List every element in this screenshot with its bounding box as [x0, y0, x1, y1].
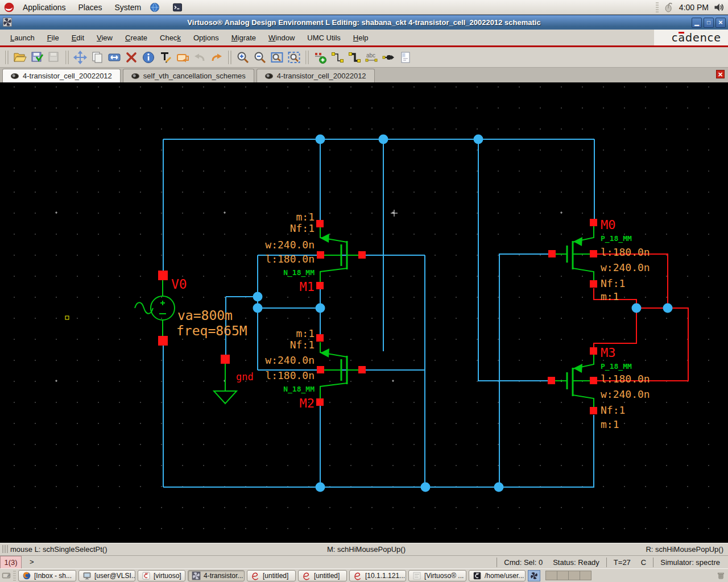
places-menu[interactable]: Places — [74, 2, 107, 13]
m3-nf-label[interactable]: Nf:1 — [601, 405, 625, 415]
workspace-2[interactable] — [557, 571, 569, 580]
zoom-in-icon[interactable] — [234, 49, 251, 66]
toolbar-grip[interactable] — [5, 51, 9, 64]
m0-w-label[interactable]: w:240.0n — [601, 263, 650, 273]
pin[interactable] — [316, 398, 324, 406]
m0-m-label[interactable]: m:1 — [601, 292, 619, 302]
minimize-button[interactable]: ▁ — [692, 18, 702, 28]
taskbar-window-untitled-2[interactable]: [untitled] — [298, 570, 347, 581]
web-browser-icon[interactable] — [149, 2, 160, 13]
create-note-icon[interactable] — [397, 49, 414, 66]
menu-view[interactable]: View — [91, 31, 118, 44]
taskbar-window-remote-ip[interactable]: [10.1.1.121... — [349, 570, 406, 581]
create-instance-icon[interactable] — [312, 49, 329, 66]
terminal-launcher-icon[interactable] — [172, 2, 183, 13]
solder-dot[interactable] — [474, 135, 483, 144]
create-wire-name-icon[interactable]: abc — [363, 49, 380, 66]
pin[interactable] — [590, 377, 597, 384]
tab-4-transistor-cell-2[interactable]: 4-transistor_cell_20022012 — [257, 69, 375, 82]
show-desktop-icon[interactable] — [2, 571, 11, 580]
undo-icon[interactable] — [191, 49, 208, 66]
solder-dot[interactable] — [632, 304, 642, 313]
menu-options[interactable]: Options — [188, 31, 225, 44]
redo-icon[interactable] — [208, 49, 225, 66]
pin[interactable] — [316, 334, 324, 342]
v0-frequency-label[interactable]: freq=865M — [176, 325, 247, 338]
command-history-count[interactable]: 1(3) — [0, 556, 22, 569]
tab-self-vth-cancellation-schemes[interactable]: self_vth_cancellation_schemes — [123, 69, 254, 82]
taskbar-window-4-transistor[interactable]: 4-transistor... — [188, 570, 245, 581]
pin[interactable] — [316, 282, 324, 289]
m0-model-label[interactable]: P_18_MM — [601, 235, 632, 242]
pin[interactable] — [590, 219, 597, 226]
pin[interactable] — [590, 347, 597, 355]
menu-migrate[interactable]: Migrate — [226, 31, 262, 44]
m2-nf-label[interactable]: Nf:1 — [290, 340, 315, 350]
virtuoso-tray-icon[interactable] — [528, 570, 540, 581]
m2-w-label[interactable]: w:240.0n — [265, 355, 315, 365]
instance-name-m1[interactable]: M1 — [300, 281, 315, 293]
m2-m-label[interactable]: m:1 — [296, 329, 315, 339]
repeat-icon[interactable] — [174, 49, 191, 66]
pmos-symbol-m3[interactable] — [555, 355, 594, 408]
solder-dots[interactable] — [253, 135, 673, 492]
text-edit-icon[interactable] — [157, 49, 174, 66]
solder-dot[interactable] — [316, 483, 325, 492]
pin[interactable] — [590, 280, 597, 288]
move-icon[interactable] — [72, 49, 89, 66]
trash-icon[interactable] — [715, 570, 726, 581]
pin[interactable] — [548, 250, 556, 257]
menu-window[interactable]: Window — [263, 31, 300, 44]
pin[interactable] — [158, 271, 168, 280]
open-icon[interactable] — [11, 49, 28, 66]
menu-create[interactable]: Create — [119, 31, 153, 44]
pin[interactable] — [221, 355, 230, 364]
command-prompt[interactable]: > — [30, 558, 34, 566]
solder-dot[interactable] — [663, 304, 673, 313]
tab-close-icon[interactable]: ✕ — [716, 70, 725, 78]
window-titlebar[interactable]: Virtuoso® Analog Design Environment L Ed… — [0, 15, 728, 30]
solder-dot[interactable] — [494, 483, 504, 492]
instance-name-m0[interactable]: M0 — [601, 219, 616, 231]
menu-launch[interactable]: Launch — [5, 31, 40, 44]
m2-l-label[interactable]: l:180.0n — [265, 371, 315, 381]
wire-segment[interactable] — [478, 139, 552, 381]
taskbar-window-user-vlsi[interactable]: [user@VLSI... — [78, 570, 135, 581]
menu-umc-utils[interactable]: UMC Utils — [301, 31, 346, 44]
taskbar-window-virtuoso-ade[interactable]: [Virtuoso® ... — [408, 570, 466, 581]
pin[interactable] — [548, 377, 555, 384]
workspace-3[interactable] — [568, 571, 580, 580]
pin[interactable] — [317, 366, 324, 373]
solder-dot[interactable] — [316, 304, 325, 313]
solder-dot[interactable] — [379, 135, 388, 144]
menu-check[interactable]: Check — [154, 31, 187, 44]
volume-icon[interactable] — [713, 2, 725, 13]
zoom-to-selected-icon[interactable] — [286, 49, 303, 66]
m1-m-label[interactable]: m:1 — [296, 212, 315, 222]
taskbar-window-untitled-1[interactable]: [untitled] — [247, 570, 296, 581]
solder-dot[interactable] — [316, 135, 325, 144]
menu-help[interactable]: Help — [348, 31, 374, 44]
create-wide-wire-icon[interactable] — [346, 49, 363, 66]
maximize-button[interactable]: □ — [704, 18, 714, 28]
toolbar-grip[interactable] — [65, 51, 69, 64]
v0-amplitude-label[interactable]: va=800m — [177, 309, 233, 322]
schematic-canvas[interactable]: V0 va=800m freq=865M gnd m:1 Nf:1 w:240.… — [0, 82, 728, 543]
clock[interactable]: 4:00 PM — [679, 3, 709, 12]
taskbar-window-virtuoso-term[interactable]: [virtuoso] — [138, 570, 185, 581]
m1-nf-label[interactable]: Nf:1 — [290, 223, 315, 234]
gnd-label[interactable]: gnd — [236, 372, 254, 382]
tab-4-transistor-cell-1[interactable]: 4-transistor_cell_20022012 — [2, 69, 121, 82]
taskbar-window-inbox[interactable]: [Inbox - sh... — [18, 570, 76, 581]
workspace-1[interactable] — [545, 571, 557, 580]
mouse-status-icon[interactable] — [663, 2, 675, 13]
m3-model-label[interactable]: P_18_MM — [601, 363, 632, 370]
wire-segment[interactable] — [499, 254, 552, 487]
menu-file[interactable]: File — [42, 31, 65, 44]
save-icon[interactable] — [28, 49, 46, 66]
ground-symbol[interactable] — [214, 364, 237, 404]
toolbar-grip[interactable] — [305, 51, 309, 64]
panel-grip[interactable] — [656, 2, 659, 13]
solder-dot[interactable] — [253, 292, 263, 302]
m2-model-label[interactable]: N_18_MM — [283, 385, 315, 393]
